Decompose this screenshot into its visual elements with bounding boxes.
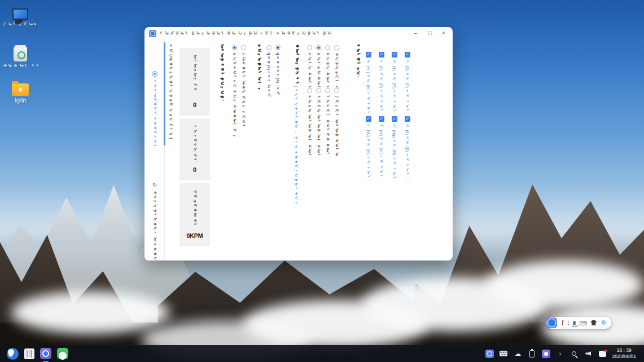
checkbox-label: ᠱ (si) ᠪᠠ (xi) ᠶᠢ ᠰᠣᠯᠢᠬᠣ — [379, 124, 384, 178]
stat-card-value: 0 — [193, 166, 196, 173]
desktop-icon-label: ᠬᠣᠭ ᠤᠨ ᠰᠠᠪᠠ — [3, 63, 38, 69]
radio-label: ᠺᠢᠷᠢᠯ ᠦᠰᠦᠭ ᠬᠥᠮᠥᠷᠭᠡ — [334, 95, 339, 156]
ime-punctuation-icon[interactable]: : — [567, 320, 569, 326]
tray-announcement-icon[interactable] — [585, 351, 591, 356]
maximize-button[interactable]: □ — [426, 29, 435, 38]
cloud — [485, 261, 643, 309]
group4-header: ᠰᠣᠯᠢᠯᠴᠠᠭ᠎ᠠ — [356, 44, 361, 77]
tray-expand-chevron-icon[interactable]: › — [555, 349, 564, 358]
group3-row2-option-2[interactable]: ᠰᠢᠪᠡ ᠦᠰᠦᠭ ᠦᠨ ᠬᠥᠮᠥᠷᠭᠡ — [314, 88, 323, 156]
virtual-keyboard-icon[interactable] — [580, 321, 586, 325]
group1-header: ᠦᠰᠦᠭ ᠰᠢᠯᠭᠠᠷᠠᠭᠣᠯᠣᠯᠲᠠ — [220, 44, 225, 100]
minimize-button[interactable]: – — [411, 29, 420, 38]
ime-logo-icon[interactable] — [546, 317, 557, 328]
ime-script-mode-icon[interactable]: ʃ — [562, 320, 563, 325]
checkbox-checked-icon — [366, 116, 371, 122]
checkbox-checked-icon — [405, 52, 410, 58]
skin-theme-icon[interactable] — [590, 320, 597, 325]
group1-option-2[interactable]: ᠵᠥᠪᠬᠡᠨ ᠦᠭᠡ ᠪᠡᠷ ᠵᠢᠭᠰᠠᠭᠠᠬᠣ — [239, 45, 248, 127]
tray-keyboard-icon[interactable] — [500, 351, 507, 356]
group2-option-1[interactable]: q = ᠴ(4) c = ᠵ N = ᠩ — [265, 45, 273, 147]
ime-settings-app-icon[interactable] — [40, 348, 51, 359]
group3-row2-option-1[interactable]: ᠲᠣᠳᠣ ᠦᠰᠦᠭ ᠦᠨ ᠬᠥᠮᠥᠷᠭᠡ — [305, 88, 314, 156]
checkbox-checked-icon — [366, 52, 371, 58]
checkbox-checked-icon — [405, 116, 410, 122]
desktop-icon-trash[interactable]: ᠬᠣᠭ ᠤᠨ ᠰᠠᠪᠠ — [2, 47, 38, 69]
window-titlebar[interactable]: ᠮᠣᠩᠭᠣᠯ 8 ᠣᠷᠣᠭᠣᠯᠬᠣ ᠠᠷᠭ᠎ᠠ ᠶᠢᠨ ᠲᠣᠬᠢᠷᠠᠭᠣᠯᠭ᠎ᠠ — [144, 27, 453, 39]
group3-header: ᠬᠥᠮᠥᠷᠭᠡ ᠰᠣᠩᠭᠣᠯᠲᠠ — [295, 44, 300, 83]
stat-card-total: ᠨᠡᠶᠢᠲᠡ ᠪᠢᠴᠢᠭᠰᠡᠨ ᠦᠰᠦᠭ 0 — [179, 118, 210, 180]
stat-card-value: 0KPM — [186, 232, 203, 239]
radio-icon — [334, 45, 339, 50]
radio-icon — [241, 45, 246, 50]
group4-row2-check-4[interactable]: ᠪ (ll) ᠪᠠ (β) ᠶᠢ ᠰᠣᠯᠢᠬᠣ — [403, 116, 411, 178]
radio-icon — [316, 88, 321, 93]
tray-ime-icon[interactable] — [485, 350, 494, 358]
radio-label: q = ᠴ(4) c = ᠵ N = ᠩ — [266, 52, 271, 147]
group2-option-2[interactable]: q = ᠴ c = ᠵ(4) : = ᠩ — [274, 45, 282, 147]
close-button[interactable]: × — [439, 29, 448, 38]
radio-icon — [325, 45, 330, 50]
desktop-icon-computer[interactable]: ᠺᠣᠮᠫᠢᠦᠲ᠋ᠧᠷ — [2, 8, 38, 27]
radio-selected-icon — [316, 45, 321, 50]
radio-icon — [307, 88, 312, 93]
clock-date: 2023/08/01 — [612, 354, 636, 360]
group4-row1-check-3[interactable]: ᠫ (1) ᠪᠠ (P) ᠶᠢ ᠰᠣᠯᠢᠬᠣ — [390, 52, 398, 114]
group4-row2-check-3[interactable]: ᠩ (ng) ᠪᠠ (N) ᠶᠢ ᠰᠣᠯᠢᠬᠣ — [390, 116, 398, 178]
radio-selected-icon — [275, 45, 281, 50]
tray-weather-icon[interactable]: ☁ — [513, 349, 522, 358]
radio-label: ᠯᠠᠲ᠋ᠢᠨ ᠭᠠᠯᠢᠭ ᠬᠥᠮᠥᠷᠭᠡ — [325, 95, 330, 156]
radio-label: ᠬᠠᠭᠣᠴᠢᠨ ᠬᠥᠮᠥᠷᠭᠡ — [334, 52, 339, 87]
file-manager-icon[interactable] — [24, 348, 34, 359]
sidebar-item-label: ᠬᠡᠷᠡᠭᠯᠡᠭᠡᠨ ᠦ ᠲᠣᠬᠠᠢ ᠮᠡᠳᠡᠭᠡ — [152, 191, 157, 261]
desktop-icon-kylin-folder[interactable]: kylin — [2, 83, 38, 104]
group4-row1-check-2[interactable]: ᠵ (6) ᠪᠠ (Z) ᠶᠢ ᠰᠣᠯᠢᠬᠣ — [377, 52, 385, 114]
microphone-icon[interactable] — [573, 321, 576, 325]
tray-notification-icon[interactable] — [599, 351, 606, 357]
desktop: ᠺᠣᠮᠫᠢᠦᠲ᠋ᠧᠷ ᠬᠣᠭ ᠤᠨ ᠰᠠᠪᠠ kylin ᠮᠣᠩᠭᠣᠯ 8 ᠣᠷ… — [0, 0, 644, 362]
group4-row1-check-4[interactable]: ᠰ (4) ᠪᠠ (5) ᠶᠢ ᠰᠣᠯᠢᠬᠣ — [403, 52, 411, 114]
tray-battery-icon[interactable] — [529, 350, 535, 357]
radio-label: ᠳᠠᠪᠲᠠᠮᠵᠢ ᠪᠠᠷ ᠪᠦᠬᠦᠨ ᠢ ᠵᠢᠭᠰᠠᠭᠠᠬᠣ — [232, 52, 237, 137]
radio-icon — [266, 45, 271, 50]
messenger-app-icon[interactable] — [57, 348, 68, 359]
stat-card-label: ᠨᠡᠶᠢᠲᠡ ᠪᠢᠴᠢᠭᠰᠡᠨ ᠦᠰᠦᠭ — [192, 125, 197, 160]
app-logo-icon — [149, 30, 156, 37]
group1-option-1[interactable]: ᠳᠠᠪᠲᠠᠮᠵᠢ ᠪᠠᠷ ᠪᠦᠬᠦᠨ ᠢ ᠵᠢᠭᠰᠠᠭᠠᠬᠣ — [230, 45, 239, 137]
sidebar-item-about[interactable]: ↻ ᠬᠡᠷᠡᠭᠯᠡᠭᠡᠨ ᠦ ᠲᠣᠬᠠᠢ ᠮᠡᠳᠡᠭᠡ — [149, 182, 160, 261]
radio-label: ᠰᠢᠪᠡ ᠦᠰᠦᠭ ᠦᠨ ᠬᠥᠮᠥᠷᠭᠡ — [316, 95, 321, 156]
stat-card-speed: ᠪᠢᠴᠢᠬᠦ ᠬᠣᠷᠳᠣᠴᠠ 0KPM — [179, 183, 210, 246]
checkbox-label: ᠪ (ll) ᠪᠠ (β) ᠶᠢ ᠰᠣᠯᠢᠬᠣ — [405, 124, 410, 178]
radio-label: ᠪᠠᠭ᠎ᠠ ᠬᠥᠮᠥᠷᠭᠡ — [325, 52, 330, 87]
group3-row1-option-3[interactable]: ᠪᠠᠭ᠎ᠠ ᠬᠥᠮᠥᠷᠭᠡ — [323, 45, 332, 87]
clock-time: 16 : 39 — [612, 347, 636, 354]
ime-settings-gear-icon[interactable]: ⚙ — [601, 320, 606, 326]
checkbox-label: ᠸ (W) ᠪᠠ (E) ᠶᠢ ᠰᠣᠯᠢᠬᠣ — [366, 124, 371, 178]
group4-row2-check-1[interactable]: ᠸ (W) ᠪᠠ (E) ᠶᠢ ᠰᠣᠯᠢᠬᠣ — [364, 116, 373, 178]
radio-icon — [334, 88, 339, 93]
radio-selected-icon — [232, 45, 237, 50]
group3-row1-option-4[interactable]: ᠬᠠᠭᠣᠴᠢᠨ ᠬᠥᠮᠥᠷᠭᠡ — [332, 45, 341, 87]
group3-row2-option-3[interactable]: ᠯᠠᠲ᠋ᠢᠨ ᠭᠠᠯᠢᠭ ᠬᠥᠮᠥᠷᠭᠡ — [323, 88, 332, 156]
start-menu-button[interactable] — [7, 348, 19, 360]
group3-row1-option-1[interactable]: ᠲᠣᠮᠣ ᠬᠥᠮᠥᠷᠭᠡ — [305, 45, 314, 87]
sidebar-item-general[interactable]: ᠶᠡᠷᠦᠩᠬᠡᠢ ᠲᠣᠬᠢᠷᠠᠭᠣᠯᠭ᠎ᠠ — [149, 71, 160, 146]
group4-row1-check-1[interactable]: ᠡ (ᠡ) ᠪᠠ (E) ᠶᠢ ᠰᠣᠯᠢᠬᠣ — [364, 52, 373, 114]
group3-row1-option-2[interactable]: ᠳᠣᠮᠳᠠ ᠬᠥᠮᠥᠷᠭᠡ — [314, 45, 323, 87]
group3-row2-option-4[interactable]: ᠺᠢᠷᠢᠯ ᠦᠰᠦᠭ ᠬᠥᠮᠥᠷᠭᠡ — [332, 88, 341, 156]
tray-search-icon[interactable] — [572, 351, 576, 356]
desktop-icon-label: ᠺᠣᠮᠫᠢᠦᠲ᠋ᠧᠷ — [3, 21, 38, 27]
checkbox-checked-icon — [379, 116, 384, 122]
radio-label: q = ᠴ c = ᠵ(4) : = ᠩ — [275, 52, 281, 147]
ime-settings-window: ᠮᠣᠩᠭᠣᠯ 8 ᠣᠷᠣᠭᠣᠯᠬᠣ ᠠᠷᠭ᠎ᠠ ᠶᠢᠨ ᠲᠣᠬᠢᠷᠠᠭᠣᠯᠭ᠎ᠠ… — [144, 27, 453, 261]
system-tray: ☁ › 16 : 39 2023/08/01 — [485, 347, 644, 360]
taskbar: ☁ › 16 : 39 2023/08/01 — [0, 345, 644, 362]
stat-card-label: ᠪᠢᠴᠢᠬᠦ ᠬᠣᠷᠳᠣᠴᠠ — [192, 190, 197, 225]
sidebar-item-label: ᠶᠡᠷᠦᠩᠬᠡᠢ ᠲᠣᠬᠢᠷᠠᠭᠣᠯᠭ᠎ᠠ — [152, 80, 157, 146]
stat-card-value: 0 — [193, 101, 196, 108]
taskbar-clock[interactable]: 16 : 39 2023/08/01 — [612, 347, 636, 360]
group4-row2-check-2[interactable]: ᠱ (si) ᠪᠠ (xi) ᠶᠢ ᠰᠣᠯᠢᠬᠣ — [377, 116, 385, 178]
stat-card-label: ᠥᠨᠥᠳᠥᠷ ᠪᠢᠴᠢᠭᠰᠡᠨ ᠦᠰᠦᠭ — [192, 55, 197, 90]
tray-screenshot-icon[interactable] — [542, 350, 550, 358]
radio-label: ᠲᠣᠮᠣ ᠬᠥᠮᠥᠷᠭᠡ — [307, 52, 312, 87]
